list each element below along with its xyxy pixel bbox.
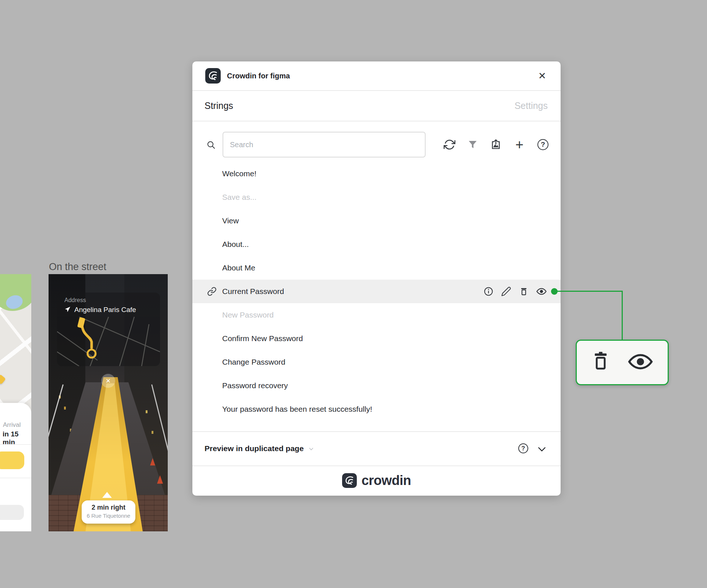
divider — [0, 478, 31, 478]
search-icon — [206, 140, 216, 150]
frame-title-on-the-street[interactable]: On the street — [49, 261, 106, 273]
link-icon — [207, 287, 217, 296]
traffic-cone — [150, 458, 155, 465]
tab-settings[interactable]: Settings — [515, 100, 548, 111]
map-primary-button — [0, 451, 24, 469]
map-bottom-sheet: Arrival in 15 min — [0, 403, 31, 531]
string-row[interactable]: View — [192, 209, 561, 233]
arrival-label: Arrival — [3, 421, 21, 429]
string-row[interactable]: About... — [192, 233, 561, 256]
plugin-title: Crowdin for figma — [227, 72, 290, 80]
string-row[interactable]: About Me — [192, 256, 561, 280]
divider — [0, 444, 31, 445]
direction-title: 2 min right — [82, 504, 135, 511]
add-string-icon[interactable]: + — [512, 138, 526, 152]
string-row[interactable]: New Password — [192, 303, 561, 327]
delete-icon-large — [591, 351, 610, 374]
navigation-arrow-icon — [64, 306, 71, 314]
preview-help-icon[interactable]: ? — [518, 443, 528, 453]
plugin-tabs: Strings Settings — [192, 91, 561, 121]
delete-icon[interactable] — [518, 286, 529, 297]
plugin-header: Crowdin for figma — [192, 61, 561, 90]
address-value: Angelina Paris Cafe — [74, 306, 136, 314]
address-overlay-card: Address Angelina Paris Cafe — [57, 293, 160, 366]
preview-eye-icon[interactable] — [536, 286, 547, 297]
map-secondary-button — [0, 505, 24, 520]
frame-map-app[interactable]: Arrival in 15 min — [0, 274, 31, 531]
direction-subtitle: 6 Rue Tiquetonne — [82, 513, 135, 519]
annotation-connector-line — [622, 291, 623, 340]
collapse-chevron-icon[interactable] — [536, 443, 548, 455]
string-row-label: Current Password — [222, 287, 284, 296]
chevron-down-icon — [308, 445, 315, 453]
divider — [192, 121, 561, 121]
help-icon[interactable]: ? — [536, 138, 550, 152]
string-row[interactable]: Your password has been reset successfull… — [192, 397, 561, 421]
preview-eye-icon-large — [627, 352, 654, 373]
refresh-icon[interactable] — [443, 138, 456, 152]
frame-street-ar[interactable]: 20 Address Angelina Paris Cafe ✕ 2 min r… — [49, 274, 168, 531]
crowdin-footer-brand[interactable]: crowdin — [192, 465, 561, 496]
string-row-selected[interactable]: Current Password — [192, 280, 561, 303]
traffic-cone — [157, 475, 163, 484]
tab-strings[interactable]: Strings — [205, 100, 233, 111]
string-row[interactable]: Password recovery — [192, 374, 561, 397]
string-row[interactable]: Save as... — [192, 185, 561, 209]
string-row-actions — [483, 280, 547, 303]
export-image-icon[interactable] — [489, 138, 503, 152]
string-row[interactable]: Confirm New Password — [192, 327, 561, 350]
strings-list: Welcome! Save as... View About... About … — [192, 162, 561, 431]
close-icon[interactable]: ✕ — [537, 71, 547, 81]
address-label: Address — [64, 297, 86, 304]
overlay-dismiss-button: ✕ — [101, 374, 115, 388]
info-icon[interactable] — [483, 286, 494, 297]
ar-direction-arrow — [102, 492, 112, 498]
search-input[interactable] — [223, 132, 426, 157]
string-row[interactable]: Welcome! — [192, 162, 561, 185]
preview-mode-dropdown[interactable]: Preview in duplicated page — [205, 431, 315, 465]
crowdin-logo-icon — [205, 68, 221, 84]
string-row[interactable]: Change Password — [192, 350, 561, 374]
actions-zoom-callout — [576, 340, 669, 385]
edit-icon[interactable] — [501, 286, 512, 297]
annotation-connector-line — [554, 291, 622, 292]
crowdin-logo-icon — [342, 473, 357, 488]
crowdin-plugin-window: Crowdin for figma ✕ Strings Settings + ?… — [192, 61, 561, 496]
overlay-mini-map — [57, 317, 160, 366]
preview-mode-label: Preview in duplicated page — [205, 444, 304, 453]
direction-card: 2 min right 6 Rue Tiquetonne — [82, 500, 135, 524]
crowdin-wordmark: crowdin — [362, 473, 411, 488]
filter-icon[interactable] — [466, 138, 480, 152]
plugin-bottom-bar: Preview in duplicated page ? — [192, 431, 561, 465]
